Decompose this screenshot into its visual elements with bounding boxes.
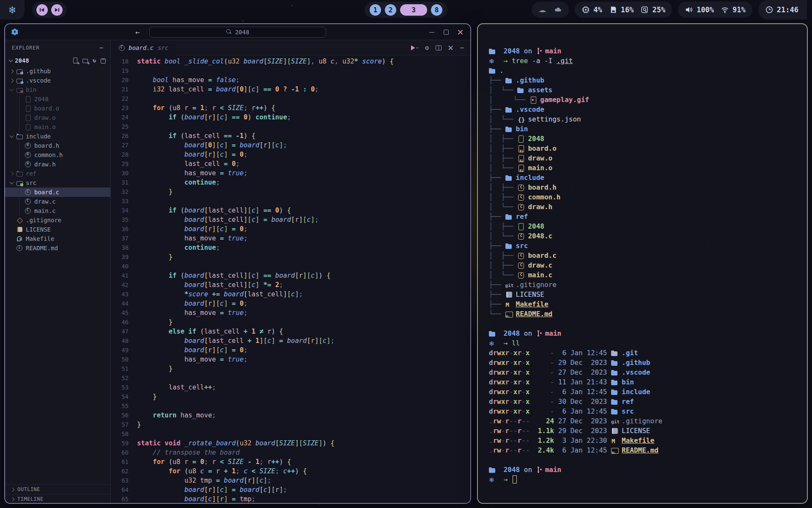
media-previous-button[interactable]: [36, 4, 48, 16]
code-line-27: 27 board[0][c] = board[r][c];: [111, 141, 470, 150]
terminal-c-icon: [517, 272, 525, 279]
explorer-item-board.h[interactable]: board.h: [5, 141, 110, 150]
line-number: 51: [111, 364, 137, 373]
terminal-img-icon: [529, 97, 537, 103]
new-file-button[interactable]: [72, 58, 78, 64]
explorer-item-main.c[interactable]: main.c: [5, 206, 110, 215]
code-line-62: 62 for (u8 c = r + 1; c < SIZE; c++) {: [111, 467, 470, 476]
minimize-button[interactable]: [429, 29, 435, 35]
file-icon: [16, 170, 23, 177]
explorer-item-main.o[interactable]: main.o: [5, 122, 110, 132]
terminal-branch-icon: [536, 330, 542, 337]
workspace-switcher: 1238: [365, 2, 447, 18]
file-label: ref: [26, 170, 36, 177]
terminal-fo-icon: [611, 369, 619, 376]
weather-module[interactable]: [532, 2, 569, 18]
explorer-item-board.c[interactable]: board.c: [5, 188, 110, 197]
maximize-button[interactable]: [443, 29, 449, 35]
cpu-stat[interactable]: 4%: [582, 6, 602, 14]
code-line-31: 31 continue;: [111, 178, 470, 187]
code-line-35: 35 board[last_cell][c] = board[r][c];: [111, 215, 470, 224]
line-number: 40: [111, 262, 137, 271]
explorer-item-.vscode[interactable]: .vscode: [5, 76, 110, 85]
split-editor-button[interactable]: [436, 45, 442, 50]
terminal-line: ├── .vscode: [489, 105, 807, 114]
line-number: 39: [111, 252, 137, 262]
panel-timeline[interactable]: TIMELINE: [5, 494, 110, 504]
terminal-line: │ ├── board.h: [489, 182, 807, 192]
editor-more-button[interactable]: ⋯: [460, 44, 464, 52]
new-folder-button[interactable]: [82, 58, 88, 64]
workspace-8[interactable]: 8: [431, 4, 442, 16]
explorer-more-button[interactable]: ⋯: [99, 44, 104, 52]
disk-stat[interactable]: 25%: [640, 6, 665, 14]
line-number: 21: [111, 85, 137, 94]
file-icon: [25, 161, 31, 168]
ram-stat[interactable]: 16%: [609, 6, 634, 14]
explorer-item-2048[interactable]: 2048: [5, 94, 110, 104]
terminal-line: └── README.md: [489, 309, 807, 319]
code-line-29: 29 last_cell = 0;: [111, 159, 470, 168]
code-line-54: 54 }: [111, 392, 470, 401]
line-number: 26: [111, 131, 137, 141]
explorer-item-bin[interactable]: bin: [5, 85, 110, 94]
code-line-37: 37 has_move = true;: [111, 234, 470, 243]
clock-module[interactable]: 21:46: [758, 0, 807, 19]
clock-icon: [765, 6, 774, 14]
terminal-snow-icon: [489, 340, 497, 347]
explorer-item-draw.o[interactable]: draw.o: [5, 113, 110, 122]
workspace-2[interactable]: 2: [385, 4, 396, 16]
workspace-3-active[interactable]: 3: [400, 4, 427, 16]
line-number: 18: [111, 57, 137, 66]
explorer-item-board.o[interactable]: board.o: [5, 104, 110, 113]
panel-outline[interactable]: OUTLINE: [5, 484, 110, 494]
line-number: 34: [111, 206, 137, 215]
terminal-line: │ ├── board.o: [489, 144, 807, 153]
snowflake-icon: ❄: [9, 3, 16, 16]
tab-board-c[interactable]: board.c src: [111, 40, 176, 55]
code-line-42: 42 board[last_cell][c] *= 2;: [111, 280, 470, 290]
command-center-search[interactable]: 2048: [149, 27, 326, 38]
media-next-button[interactable]: [51, 4, 63, 16]
explorer-item-draw.h[interactable]: draw.h: [5, 160, 110, 169]
explorer-item-.github[interactable]: .github: [5, 66, 110, 76]
explorer-item-Makefile[interactable]: Makefile: [5, 234, 110, 243]
launcher-button[interactable]: ❄: [0, 0, 25, 19]
terminal-line: │ └── assets: [489, 85, 807, 95]
terminal-fo-icon: [611, 398, 619, 405]
run-dropdown-icon[interactable]: [416, 45, 419, 48]
explorer-item-LICENSE[interactable]: LICENSE: [5, 225, 110, 234]
terminal-window[interactable]: 2048 on main → tree -a -I .git.├── .gith…: [477, 23, 808, 504]
terminal-line: drwxr-xr-x - 29 Dec 2023 .github: [489, 358, 807, 367]
editor-title-bar[interactable]: ← → 2048: [5, 24, 470, 40]
explorer-root-folder[interactable]: 2048 ↻: [5, 55, 110, 66]
chevron-right-icon: [10, 69, 14, 73]
explorer-item-ref[interactable]: ref: [5, 169, 110, 178]
wifi-stat[interactable]: 91%: [721, 6, 746, 14]
chevron-right-icon: [11, 487, 15, 491]
code-editor-content[interactable]: 18static bool _slide_col(u32 board[SIZE]…: [111, 55, 470, 504]
volume-stat[interactable]: 100%: [685, 6, 714, 14]
settings-gear-icon[interactable]: ⚙: [425, 44, 429, 52]
line-number: 23: [111, 103, 137, 113]
explorer-item-draw.c[interactable]: draw.c: [5, 197, 110, 206]
line-number: 38: [111, 243, 137, 252]
refresh-explorer-button[interactable]: ↻: [93, 58, 96, 64]
editor-tab-bar: board.c src ⚙ ⋯: [111, 40, 470, 55]
file-label: 2048: [34, 96, 49, 102]
explorer-item-common.h[interactable]: common.h: [5, 150, 110, 160]
collapse-folders-button[interactable]: [100, 58, 106, 64]
code-line-64: 64 board[r][c] = board[c][r];: [111, 485, 470, 494]
nav-back-button[interactable]: ←: [135, 28, 140, 36]
workspace-1[interactable]: 1: [370, 4, 381, 16]
line-number: 47: [111, 327, 137, 336]
terminal-line: → tree -a -I .git: [489, 56, 807, 66]
explorer-item-.gitignore[interactable]: .gitignore: [5, 215, 110, 225]
close-window-button[interactable]: [458, 29, 464, 35]
explorer-item-src[interactable]: src: [5, 178, 110, 188]
terminal-line: │ └── gameplay.gif: [489, 95, 807, 105]
run-code-button[interactable]: [411, 45, 415, 50]
explorer-item-README.md[interactable]: README.md: [5, 243, 110, 253]
explorer-item-include[interactable]: include: [5, 132, 110, 141]
close-editor-button[interactable]: [448, 45, 453, 50]
